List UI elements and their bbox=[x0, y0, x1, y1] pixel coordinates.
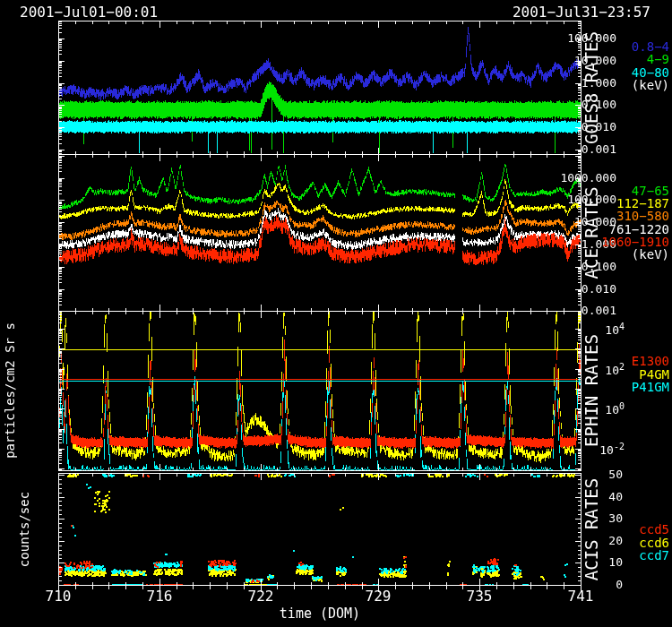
y-tick-label: 10 bbox=[560, 555, 623, 569]
y-tick-label: 50 bbox=[560, 468, 623, 481]
y-tick-label: 40 bbox=[560, 490, 623, 503]
y-tick-label: 0.100 bbox=[554, 98, 616, 111]
y-tick-label: 1.000 bbox=[554, 76, 616, 90]
legend-entry-310−580: 310−580 bbox=[616, 209, 669, 223]
acis-y-axis-label: counts/sec bbox=[17, 492, 31, 567]
x-tick-label: 735 bbox=[467, 588, 493, 605]
y-tick-label: 30 bbox=[560, 511, 623, 525]
y-tick-label: 104 bbox=[562, 322, 625, 337]
y-tick-label: 0.010 bbox=[554, 282, 616, 296]
end-timestamp: 2001−Jul31−23:57 bbox=[513, 4, 650, 21]
y-tick-label: 0.001 bbox=[554, 304, 616, 317]
x-tick-label: 716 bbox=[147, 588, 173, 605]
y-tick-label: 10.000 bbox=[554, 54, 616, 67]
start-timestamp: 2001−Jul01−00:01 bbox=[20, 4, 158, 21]
y-tick-label: 100.000 bbox=[554, 193, 616, 206]
y-tick-label: 100.000 bbox=[554, 31, 616, 45]
space-weather-plot: 2001−Jul01−00:01 2001−Jul31−23:57 GOES8 … bbox=[0, 0, 672, 627]
y-tick-label: 10-2 bbox=[562, 442, 625, 457]
legend-entry-(keV): (keV) bbox=[632, 78, 669, 92]
legend-entry-P41GM: P41GM bbox=[632, 380, 669, 394]
x-tick-label: 729 bbox=[366, 588, 392, 605]
y-tick-label: 102 bbox=[562, 362, 625, 377]
y-tick-label: 0.001 bbox=[554, 142, 616, 156]
x-tick-label: 710 bbox=[46, 588, 72, 605]
legend-entry-4−9: 4−9 bbox=[647, 52, 669, 66]
y-tick-label: 100 bbox=[562, 401, 625, 417]
y-tick-label: 10.000 bbox=[554, 215, 616, 228]
y-tick-label: 0.100 bbox=[554, 260, 616, 273]
legend-entry-ccd7: ccd7 bbox=[639, 548, 669, 563]
legend-entry-(keV): (keV) bbox=[632, 247, 669, 262]
y-tick-label: 0.010 bbox=[554, 120, 616, 133]
x-tick-label: 722 bbox=[248, 588, 274, 605]
x-axis-label: time (DOM) bbox=[280, 606, 360, 622]
x-tick-label: 741 bbox=[568, 588, 594, 605]
legend-entry-E1300: E1300 bbox=[632, 354, 669, 368]
ephin-y-axis-label: particles/cm2 Sr s bbox=[3, 322, 17, 459]
y-tick-label: 20 bbox=[560, 534, 623, 547]
legend-entry-ccd5: ccd5 bbox=[639, 522, 669, 537]
panel-label-ephin-rates: EPHIN RATES bbox=[582, 334, 601, 447]
y-tick-label: 1000.000 bbox=[554, 171, 616, 185]
